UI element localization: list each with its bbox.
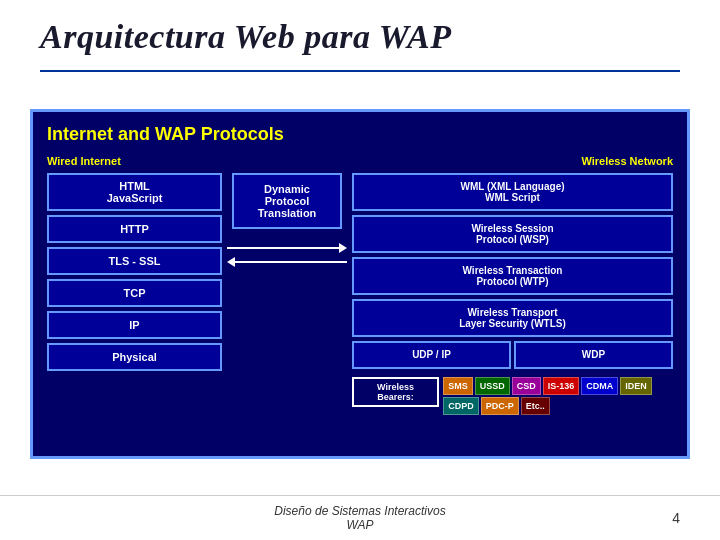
bearers-chips: SMS USSD CSD IS-136 CDMA IDEN CDPD PDC-P… xyxy=(443,377,673,415)
bearer-ussd: USSD xyxy=(475,377,510,395)
arrow-left xyxy=(227,257,347,267)
dynamic-protocol-box: DynamicProtocolTranslation xyxy=(232,173,342,229)
bearer-cdpd: CDPD xyxy=(443,397,479,415)
footer: Diseño de Sistemas InteractivosWAP 4 xyxy=(0,495,720,540)
proto-tls-ssl[interactable]: TLS - SSL xyxy=(47,247,222,275)
arrows-area xyxy=(227,243,347,267)
proto-wtls[interactable]: Wireless Transport Layer Security (WTLS) xyxy=(352,299,673,337)
proto-tcp[interactable]: TCP xyxy=(47,279,222,307)
bearer-cdma: CDMA xyxy=(581,377,618,395)
proto-wtp-row: Wireless Transaction Protocol (WTP) xyxy=(352,257,673,295)
proto-wml-row: WML (XML Language) WML Script xyxy=(352,173,673,211)
proto-udp-ip[interactable]: UDP / IP xyxy=(352,341,511,369)
bearer-etc: Etc.. xyxy=(521,397,550,415)
slide: Arquitectura Web para WAP Internet and W… xyxy=(0,0,720,540)
diagram-box: Internet and WAP Protocols Wired Interne… xyxy=(30,109,690,459)
diagram-title: Internet and WAP Protocols xyxy=(47,124,673,145)
proto-wdp[interactable]: WDP xyxy=(514,341,673,369)
bearer-is136: IS-136 xyxy=(543,377,580,395)
right-column: Wireless Network WML (XML Language) WML … xyxy=(352,155,673,415)
arrow-left-head xyxy=(227,257,235,267)
bearer-pdc: PDC-P xyxy=(481,397,519,415)
proto-http[interactable]: HTTP xyxy=(47,215,222,243)
title-area: Arquitectura Web para WAP xyxy=(0,0,720,64)
proto-ip[interactable]: IP xyxy=(47,311,222,339)
proto-wml[interactable]: WML (XML Language) WML Script xyxy=(352,173,673,211)
left-column: Wired Internet HTML JavaScript HTTP TLS … xyxy=(47,155,222,375)
wired-internet-label: Wired Internet xyxy=(47,155,222,167)
bearer-csd: CSD xyxy=(512,377,541,395)
footer-page-number: 4 xyxy=(672,510,680,526)
proto-udp-wdp-row: UDP / IP WDP xyxy=(352,341,673,369)
proto-wtp[interactable]: Wireless Transaction Protocol (WTP) xyxy=(352,257,673,295)
footer-text: Diseño de Sistemas InteractivosWAP xyxy=(274,504,445,532)
main-content: Internet and WAP Protocols Wired Interne… xyxy=(0,72,720,495)
arrow-right-head xyxy=(339,243,347,253)
columns-wrapper: Wired Internet HTML JavaScript HTTP TLS … xyxy=(47,155,673,415)
proto-physical[interactable]: Physical xyxy=(47,343,222,371)
bearers-label: Wireless Bearers: xyxy=(352,377,439,407)
proto-wsp-row: Wireless Session Protocol (WSP) xyxy=(352,215,673,253)
proto-wtls-row: Wireless Transport Layer Security (WTLS) xyxy=(352,299,673,337)
proto-html-js[interactable]: HTML JavaScript xyxy=(47,173,222,211)
arrow-right xyxy=(227,243,347,253)
wireless-network-label: Wireless Network xyxy=(352,155,673,167)
bearer-iden: IDEN xyxy=(620,377,652,395)
proto-wsp[interactable]: Wireless Session Protocol (WSP) xyxy=(352,215,673,253)
bearer-sms: SMS xyxy=(443,377,473,395)
slide-title: Arquitectura Web para WAP xyxy=(40,18,680,56)
arrow-line xyxy=(227,247,339,249)
bearers-row: Wireless Bearers: SMS USSD CSD IS-136 CD… xyxy=(352,377,673,415)
middle-column: DynamicProtocolTranslation xyxy=(222,155,352,267)
arrow-line-2 xyxy=(235,261,347,263)
